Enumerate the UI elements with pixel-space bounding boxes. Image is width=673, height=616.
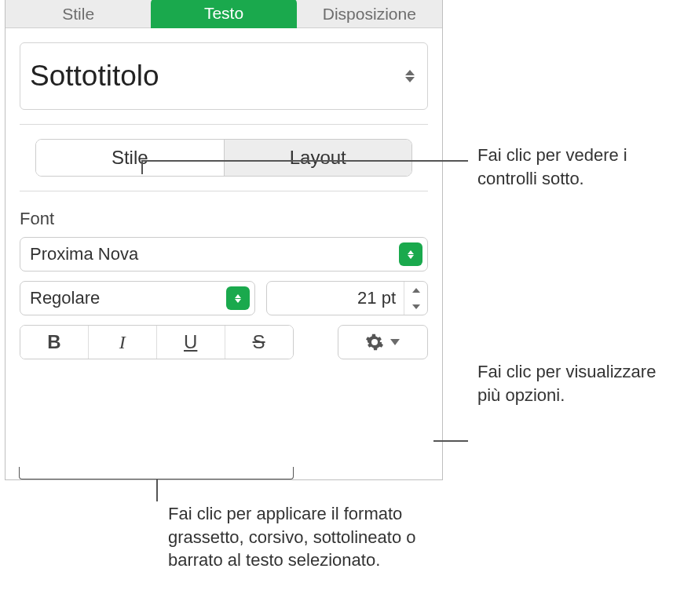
font-section-label: Font <box>20 209 428 229</box>
inspector-top-tabs: Stile Testo Disposizione <box>5 0 442 28</box>
text-format-group: B I U S <box>20 325 294 359</box>
callout-leader <box>141 160 468 162</box>
callout-bius: Fai clic per applicare il formato grasse… <box>168 502 451 572</box>
callout-bracket <box>19 467 294 479</box>
chevron-down-icon <box>390 339 400 345</box>
stepper-up[interactable] <box>404 282 427 298</box>
font-size-field[interactable]: 21 pt <box>266 281 428 315</box>
font-style-popup[interactable]: Regolare <box>20 281 255 315</box>
callout-leader <box>433 440 468 442</box>
strikethrough-button[interactable]: S <box>225 326 293 359</box>
advanced-options-button[interactable] <box>338 325 429 359</box>
callout-more-options: Fai clic per visualizzare più opzioni. <box>477 360 666 406</box>
bold-button[interactable]: B <box>20 326 88 359</box>
font-family-popup[interactable]: Proxima Nova <box>20 237 428 272</box>
text-sub-tabs: Stile Layout <box>35 139 412 177</box>
callout-subtabs: Fai clic per vedere i controlli sotto. <box>477 144 666 190</box>
paragraph-style-popup[interactable]: Sottotitolo <box>20 42 428 110</box>
chevron-updown-icon <box>399 242 422 266</box>
font-family-value: Proxima Nova <box>30 244 138 264</box>
stepper-down[interactable] <box>404 298 427 315</box>
subtab-layout[interactable]: Layout <box>224 140 412 176</box>
subtab-stile[interactable]: Stile <box>36 140 224 176</box>
underline-button[interactable]: U <box>156 326 225 359</box>
callout-leader <box>141 160 143 174</box>
tab-testo-top[interactable]: Testo <box>151 0 296 28</box>
chevron-updown-icon <box>405 70 415 82</box>
tab-stile-top[interactable]: Stile <box>5 0 151 27</box>
font-size-stepper[interactable] <box>404 282 427 315</box>
italic-button[interactable]: I <box>88 326 156 359</box>
chevron-updown-icon <box>226 286 250 310</box>
font-style-value: Regolare <box>30 288 100 308</box>
tab-disposizione-top[interactable]: Disposizione <box>297 0 442 27</box>
format-inspector-panel: Stile Testo Disposizione Sottotitolo Sti… <box>5 0 443 480</box>
paragraph-style-value: Sottotitolo <box>30 60 159 93</box>
gear-icon <box>365 333 384 352</box>
font-section: Font Proxima Nova Regolare 21 pt <box>5 191 442 359</box>
font-size-value: 21 pt <box>267 288 404 308</box>
callout-leader <box>156 479 158 501</box>
